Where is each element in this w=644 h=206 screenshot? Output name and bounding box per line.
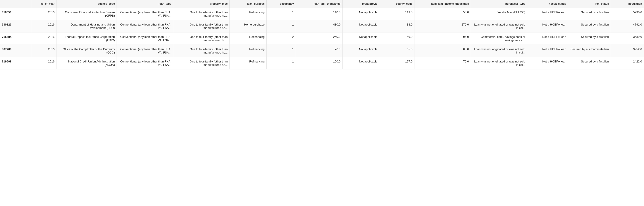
col-header-loantype: loan_type xyxy=(117,0,173,8)
col-header-index xyxy=(0,0,31,8)
cell-income: 85.0 xyxy=(414,45,471,57)
cell-purpose: Refinancing xyxy=(230,57,266,69)
cell-lien: Secured by a first lien xyxy=(568,8,611,20)
cell-loanamt: 110.0 xyxy=(296,8,342,20)
col-header-purpose: loan_purpose xyxy=(230,0,266,8)
cell-purchaser: Loan was not originated or was not sold … xyxy=(471,45,527,57)
cell-preapproval: Not applicable xyxy=(342,33,380,45)
cell-loanamt: 240.0 xyxy=(296,33,342,45)
col-header-agency: agency_code xyxy=(56,0,117,8)
cell-agency: National Credit Union Administration (NC… xyxy=(56,57,117,69)
cell-occupancy: 1 xyxy=(266,8,296,20)
col-header-occupancy: occupancy xyxy=(266,0,296,8)
cell-purpose: Refinancing xyxy=(230,33,266,45)
cell-agency: Department of Housing and Urban Developm… xyxy=(56,20,117,33)
cell-index: 310650 xyxy=(0,8,31,20)
cell-hoepa: Not a HOEPA loan xyxy=(527,8,568,20)
cell-purchaser: Loan was not originated or was not sold … xyxy=(471,57,527,69)
cell-population: 5930.0 xyxy=(611,8,644,20)
cell-county: 65.0 xyxy=(380,45,414,57)
cell-agency: Federal Deposit Insurance Corporation (F… xyxy=(56,33,117,45)
cell-index: 887708 xyxy=(0,45,31,57)
cell-lien: Secured by a subordinate lien xyxy=(568,45,611,57)
cell-year: 2016 xyxy=(31,8,56,20)
cell-preapproval: Not applicable xyxy=(342,8,380,20)
cell-population: 4791.0 xyxy=(611,20,644,33)
cell-population: 3439.0 xyxy=(611,33,644,45)
cell-occupancy: 1 xyxy=(266,20,296,33)
col-header-year: as_of_year xyxy=(31,0,56,8)
cell-county: 59.0 xyxy=(380,33,414,45)
cell-year: 2016 xyxy=(31,33,56,45)
cell-purchaser: Freddie Mac (FHLMC) xyxy=(471,8,527,20)
cell-purpose: Refinancing xyxy=(230,45,266,57)
col-header-loanamt: loan_amt_thousands xyxy=(296,0,342,8)
cell-lien: Secured by a first lien xyxy=(568,57,611,69)
cell-income: 70.0 xyxy=(414,57,471,69)
data-table: as_of_year agency_code loan_type propert… xyxy=(0,0,644,69)
cell-population: 2422.0 xyxy=(611,57,644,69)
cell-loanamt: 76.0 xyxy=(296,45,342,57)
col-header-county: county_code xyxy=(380,0,414,8)
cell-preapproval: Not applicable xyxy=(342,45,380,57)
cell-county: 119.0 xyxy=(380,8,414,20)
cell-proptype: One to four-family (other than manufactu… xyxy=(173,45,230,57)
cell-purpose: Refinancing xyxy=(230,8,266,20)
cell-loantype: Conventional (any loan other than FHA, V… xyxy=(117,57,173,69)
cell-income: 55.0 xyxy=(414,8,471,20)
cell-hoepa: Not a HOEPA loan xyxy=(527,45,568,57)
cell-hoepa: Not a HOEPA loan xyxy=(527,20,568,33)
table-header-row: as_of_year agency_code loan_type propert… xyxy=(0,0,644,8)
cell-loantype: Conventional (any loan other than FHA, V… xyxy=(117,45,173,57)
col-header-population: population xyxy=(611,0,644,8)
cell-income: 270.0 xyxy=(414,20,471,33)
cell-proptype: One to four-family (other than manufactu… xyxy=(173,57,230,69)
cell-agency: Consumer Financial Protection Bureau (CF… xyxy=(56,8,117,20)
cell-year: 2016 xyxy=(31,45,56,57)
table-row: 8877082016Office of the Comptroller of t… xyxy=(0,45,644,57)
cell-proptype: One to four-family (other than manufactu… xyxy=(173,33,230,45)
col-header-preapproval: preapproval xyxy=(342,0,380,8)
cell-occupancy: 2 xyxy=(266,33,296,45)
col-header-proptype: property_type xyxy=(173,0,230,8)
table-row: 7195982016National Credit Union Administ… xyxy=(0,57,644,69)
col-header-income: applicant_income_thousands xyxy=(414,0,471,8)
cell-county: 127.0 xyxy=(380,57,414,69)
cell-purpose: Home purchase xyxy=(230,20,266,33)
cell-loantype: Conventional (any loan other than FHA, V… xyxy=(117,20,173,33)
cell-lien: Secured by a first lien xyxy=(568,20,611,33)
cell-index: 715484 xyxy=(0,33,31,45)
table-row: 7154842016Federal Deposit Insurance Corp… xyxy=(0,33,644,45)
cell-population: 3952.0 xyxy=(611,45,644,57)
cell-proptype: One to four-family (other than manufactu… xyxy=(173,8,230,20)
cell-index: 719598 xyxy=(0,57,31,69)
cell-loantype: Conventional (any loan other than FHA, V… xyxy=(117,33,173,45)
cell-preapproval: Not applicable xyxy=(342,57,380,69)
cell-lien: Secured by a first lien xyxy=(568,33,611,45)
col-header-purchaser: purchaser_type xyxy=(471,0,527,8)
cell-occupancy: 1 xyxy=(266,45,296,57)
cell-county: 33.0 xyxy=(380,20,414,33)
cell-hoepa: Not a HOEPA loan xyxy=(527,33,568,45)
cell-income: 96.0 xyxy=(414,33,471,45)
cell-index: 630129 xyxy=(0,20,31,33)
cell-loantype: Conventional (any loan other than FHA, V… xyxy=(117,8,173,20)
cell-agency: Office of the Comptroller of the Currenc… xyxy=(56,45,117,57)
cell-occupancy: 1 xyxy=(266,57,296,69)
table-row: 6301292016Department of Housing and Urba… xyxy=(0,20,644,33)
cell-purchaser: Commercial bank, savings bank or savings… xyxy=(471,33,527,45)
cell-year: 2016 xyxy=(31,20,56,33)
col-header-lien: lien_status xyxy=(568,0,611,8)
cell-purchaser: Loan was not originated or was not sold … xyxy=(471,20,527,33)
col-header-hoepa: hoepa_status xyxy=(527,0,568,8)
cell-year: 2016 xyxy=(31,57,56,69)
cell-hoepa: Not a HOEPA loan xyxy=(527,57,568,69)
cell-preapproval: Not applicable xyxy=(342,20,380,33)
cell-proptype: One to four-family (other than manufactu… xyxy=(173,20,230,33)
table-row: 3106502016Consumer Financial Protection … xyxy=(0,8,644,20)
cell-loanamt: 100.0 xyxy=(296,57,342,69)
cell-loanamt: 480.0 xyxy=(296,20,342,33)
